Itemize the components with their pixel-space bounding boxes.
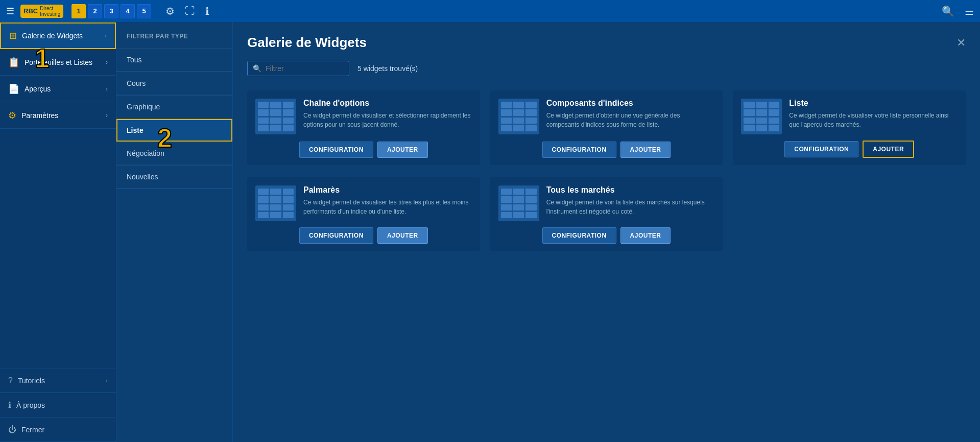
sidebar-item-parametres[interactable]: ⚙ Paramètres › [0,102,116,129]
widget-info-chaine: Chaîne d'options Ce widget permet de vis… [303,99,472,135]
chevron-apercus: › [106,85,108,92]
filter-item-graphique[interactable]: Graphique [116,96,232,119]
tab-3[interactable]: 3 [104,4,118,18]
widget-card-body-tous-marches: Tous les marchés Ce widget permet de voi… [490,177,723,221]
config-button-liste[interactable]: CONFIGURATION [784,141,858,157]
widget-thumb-liste [741,99,782,134]
rbc-text: RBC [23,7,38,15]
widget-info-tous-marches: Tous les marchés Ce widget permet de voi… [546,185,715,221]
config-button-chaine[interactable]: CONFIGURATION [299,142,373,158]
widget-desc-chaine: Ce widget permet de visualiser et sélect… [303,111,472,129]
tab-1[interactable]: 1 [71,4,86,18]
widget-desc-palmares: Ce widget permet de visualiser les titre… [303,198,472,216]
sidebar-label-parametres: Paramètres [21,111,101,120]
direct-investing-text: DirectInvesting [40,6,60,17]
widget-name-tous-marches: Tous les marchés [546,185,715,195]
filter-item-tous[interactable]: Tous [116,49,232,72]
config-button-tous-marches[interactable]: CONFIGURATION [542,227,616,244]
network-icon[interactable]: ⚙ [165,5,175,17]
rbc-logo: RBC DirectInvesting [20,5,63,18]
sidebar-label-galerie: Galerie de Widgets [22,32,100,40]
widget-card-liste: Liste Ce widget permet de visualiser vot… [733,90,966,165]
hamburger-menu-icon[interactable]: ☰ [6,6,14,17]
sidebar-item-portefeuilles[interactable]: 📋 Portefeuilles et Listes › [0,49,116,76]
chevron-parametres: › [106,112,108,119]
widget-thumb-composants [498,99,539,134]
widget-info-palmares: Palmarès Ce widget permet de visualiser … [303,185,472,221]
info-icon[interactable]: ℹ [205,5,209,17]
tutoriels-icon: ? [8,376,13,385]
widget-name-palmares: Palmarès [303,185,472,195]
widget-info-composants: Composants d'indices Ce widget permet d'… [546,99,715,135]
gallery-close-button[interactable]: ✕ [957,36,966,50]
gallery-panel: Galerie de Widgets ✕ 🔍 5 widgets trouvé(… [233,22,980,442]
widget-actions-liste: CONFIGURATION AJOUTER [733,134,966,165]
widget-card-body-liste: Liste Ce widget permet de visualiser vot… [733,90,966,134]
widget-actions-chaine: CONFIGURATION AJOUTER [247,135,480,165]
widget-desc-tous-marches: Ce widget permet de voir la liste des ma… [546,198,715,216]
gallery-header: Galerie de Widgets ✕ [247,35,966,51]
layout-icon[interactable]: ⛶ [185,5,195,17]
widget-card-composants: Composants d'indices Ce widget permet d'… [490,90,723,165]
filter-panel-title: FILTRER PAR TYPE [116,33,232,48]
chevron-tutoriels: › [106,377,108,384]
filter-item-negociation[interactable]: Négociation [116,142,232,165]
gallery-title: Galerie de Widgets [247,35,367,51]
widget-name-composants: Composants d'indices [546,99,715,108]
tab-4[interactable]: 4 [121,4,135,18]
widget-card-palmares: Palmarès Ce widget permet de visualiser … [247,177,480,251]
add-button-tous-marches[interactable]: AJOUTER [620,227,671,244]
sidebar-label-apercus: Aperçus [25,85,101,93]
search-icon[interactable]: 🔍 [942,5,954,17]
search-input[interactable] [266,64,337,73]
filter-item-nouvelles[interactable]: Nouvelles [116,166,232,189]
tab-2[interactable]: 2 [88,4,102,18]
widget-card-body-chaine: Chaîne d'options Ce widget permet de vis… [247,90,480,135]
sidebar-bottom: ? Tutoriels › ℹ À propos ⏻ Fermer [0,368,116,442]
search-count: 5 widgets trouvé(s) [357,64,418,73]
add-button-chaine[interactable]: AJOUTER [377,142,428,158]
tab-5[interactable]: 5 [137,4,151,18]
widget-card-tous-marches: Tous les marchés Ce widget permet de voi… [490,177,723,251]
settings-icon[interactable]: ⚌ [965,5,974,17]
search-input-wrap: 🔍 [247,61,349,76]
chevron-galerie: › [105,32,107,39]
top-bar-right-icons: 🔍 ⚌ [942,5,974,17]
widget-card-body-composants: Composants d'indices Ce widget permet d'… [490,90,723,135]
main-layout: 1 ⊞ Galerie de Widgets › 📋 Portefeuilles… [0,22,980,442]
widget-info-liste: Liste Ce widget permet de visualiser vot… [789,99,958,134]
search-icon: 🔍 [253,64,261,73]
portefeuilles-icon: 📋 [8,57,19,68]
widget-name-liste: Liste [789,99,958,108]
widget-actions-palmares: CONFIGURATION AJOUTER [247,221,480,251]
sidebar-item-apropos[interactable]: ℹ À propos [0,393,116,417]
apropos-icon: ℹ [8,400,11,410]
config-button-composants[interactable]: CONFIGURATION [542,142,616,158]
widgets-row-1: 3 Chaîne d'options Ce widget permet de v… [247,90,966,165]
sidebar-label-portefeuilles: Portefeuilles et Listes [25,58,101,66]
search-bar: 🔍 5 widgets trouvé(s) [247,61,966,76]
add-button-palmares[interactable]: AJOUTER [377,227,428,244]
sidebar-item-fermer[interactable]: ⏻ Fermer [0,417,116,442]
sidebar-label-tutoriels: Tutoriels [18,377,45,385]
filter-panel: 2 FILTRER PAR TYPE Tous Cours Graphique … [116,22,233,442]
chevron-portefeuilles: › [106,59,108,66]
top-navbar: ☰ RBC DirectInvesting 1 2 3 4 5 ⚙ ⛶ ℹ 🔍 … [0,0,980,22]
sidebar-label-apropos: À propos [16,401,45,409]
sidebar-item-apercus[interactable]: 📄 Aperçus › [0,76,116,102]
sidebar-item-tutoriels[interactable]: ? Tutoriels › [0,368,116,393]
top-bar-action-icons: ⚙ ⛶ ℹ [165,5,209,17]
widget-desc-composants: Ce widget permet d'obtenir une vue génér… [546,111,715,129]
sidebar-label-fermer: Fermer [21,426,44,434]
widget-actions-tous-marches: CONFIGURATION AJOUTER [490,221,723,251]
fermer-icon: ⏻ [8,425,16,434]
widget-name-chaine: Chaîne d'options [303,99,472,108]
add-button-composants[interactable]: AJOUTER [620,142,671,158]
sidebar-item-galerie[interactable]: ⊞ Galerie de Widgets › [0,22,116,49]
widget-thumb-chaine [255,99,296,134]
config-button-palmares[interactable]: CONFIGURATION [299,227,373,244]
filter-item-liste[interactable]: Liste [116,119,232,142]
add-button-liste[interactable]: AJOUTER [863,141,914,158]
filter-item-cours[interactable]: Cours [116,72,232,95]
widget-actions-composants: CONFIGURATION AJOUTER [490,135,723,165]
